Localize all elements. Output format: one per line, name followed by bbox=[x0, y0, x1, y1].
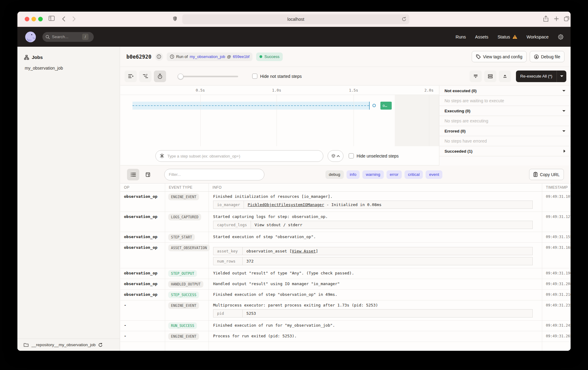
slider-knob[interactable] bbox=[178, 74, 183, 79]
address-bar-url: localhost bbox=[287, 17, 304, 22]
view-tags-config-button[interactable]: View tags and config bbox=[472, 51, 527, 62]
metadata-text: View stdout / stderr bbox=[255, 223, 303, 227]
log-info-text: Multiprocess executor: parent process ex… bbox=[213, 303, 538, 307]
app-header: / RunsAssetsStatusWorkspace bbox=[17, 27, 571, 47]
gantt-time-axis: 0.5s1.0s1.5s2.0s bbox=[120, 86, 439, 95]
log-info-cell: Started capturing logs for step: observa… bbox=[209, 212, 542, 232]
timed-layout-icon[interactable] bbox=[154, 71, 166, 82]
global-search[interactable]: / bbox=[42, 32, 94, 42]
log-level-chip-event[interactable]: event bbox=[426, 170, 442, 179]
hide-not-started-checkbox[interactable] bbox=[252, 74, 257, 79]
table-row: -ENGINE_EVENTMultiprocess executor: pare… bbox=[120, 300, 571, 321]
back-icon[interactable] bbox=[62, 16, 65, 22]
status-section-header[interactable]: Executing (0) bbox=[439, 106, 571, 116]
expand-panel-up-icon[interactable] bbox=[499, 71, 511, 82]
at-symbol: @ bbox=[227, 54, 231, 59]
metadata-value: 5253 bbox=[243, 310, 260, 317]
log-filter-field bbox=[164, 169, 264, 180]
log-info-text: Handled output "result" using IO manager… bbox=[213, 281, 538, 286]
graph-query-toggle-button[interactable] bbox=[328, 150, 343, 162]
event-type-tag: LOGS_CAPTURED bbox=[168, 214, 201, 220]
log-info-text: Yielded output "result" of type "Any". (… bbox=[213, 271, 538, 275]
structured-view-icon[interactable] bbox=[142, 169, 154, 180]
layers-icon bbox=[331, 154, 336, 158]
log-op-cell: - bbox=[120, 331, 165, 342]
gantt-asset-marker-icon[interactable] bbox=[372, 104, 376, 107]
settings-gear-icon[interactable] bbox=[558, 34, 564, 40]
sidebar-item-job[interactable]: my_observation_job bbox=[25, 66, 63, 71]
log-level-chip-debug[interactable]: debug bbox=[325, 170, 344, 179]
reexecute-all-label[interactable]: Re-execute All (*) bbox=[516, 71, 557, 82]
table-row: observation_opSTEP_SUCCESSFinished execu… bbox=[120, 290, 571, 300]
chevron-down-icon[interactable] bbox=[562, 110, 565, 112]
log-toolbar: debuginfowarningerrorcriticalevent Copy … bbox=[120, 166, 571, 183]
log-op-cell: observation_op bbox=[120, 192, 165, 212]
privacy-shield-icon[interactable] bbox=[172, 16, 177, 22]
gantt-step-box[interactable]: o… bbox=[380, 102, 392, 110]
waterfall-layout-icon[interactable] bbox=[139, 71, 151, 82]
log-level-chips: debuginfowarningerrorcriticalevent bbox=[325, 170, 442, 179]
sidebar-toggle-icon[interactable] bbox=[49, 16, 55, 21]
gantt-tick-label: 1.5s bbox=[349, 88, 358, 92]
log-level-chip-error[interactable]: error bbox=[387, 170, 402, 179]
collapse-panel-down-icon[interactable] bbox=[470, 71, 482, 82]
warning-icon bbox=[512, 34, 517, 39]
log-op-cell: - bbox=[120, 300, 165, 320]
status-section-header[interactable]: Not executed (0) bbox=[439, 86, 571, 96]
chevron-down-icon[interactable] bbox=[562, 130, 565, 132]
reexecute-all-button[interactable]: Re-execute All (*) bbox=[516, 71, 566, 82]
slider-track[interactable] bbox=[178, 76, 238, 77]
repository-footer: __repository__my_observation_job bbox=[17, 339, 120, 351]
debug-file-button[interactable]: Debug file bbox=[530, 51, 564, 62]
chevron-right-icon[interactable] bbox=[564, 150, 565, 153]
run-of-label: Run of bbox=[176, 54, 188, 59]
gantt-gridline bbox=[429, 95, 429, 146]
share-icon[interactable] bbox=[543, 16, 549, 22]
nav-item-workspace[interactable]: Workspace bbox=[527, 34, 549, 39]
step-subset-input[interactable] bbox=[155, 150, 323, 162]
metadata-link[interactable]: View Asset bbox=[292, 249, 316, 253]
status-section-message: No steps are waiting to execute bbox=[439, 96, 571, 106]
log-level-chip-warning[interactable]: warning bbox=[362, 170, 383, 179]
run-of-tag: Run of my_observation_job @ 659ee1bf bbox=[167, 53, 252, 61]
search-input[interactable] bbox=[52, 34, 80, 39]
log-level-chip-info[interactable]: info bbox=[347, 170, 360, 179]
reload-repository-icon[interactable] bbox=[98, 343, 103, 347]
chevron-down-icon[interactable] bbox=[562, 90, 565, 92]
log-filter-input[interactable] bbox=[164, 169, 264, 180]
log-info-text: Finished execution of step "observation_… bbox=[213, 292, 538, 297]
nav-item-status[interactable]: Status bbox=[498, 34, 517, 39]
metadata-link[interactable]: PickledObjectFilesystemIOManager bbox=[248, 202, 324, 207]
zoom-slider[interactable] bbox=[178, 71, 238, 82]
zoom-window-button[interactable] bbox=[38, 17, 43, 21]
status-section-header[interactable]: Errored (0) bbox=[439, 126, 571, 136]
log-timestamp-cell: 09:49:31.245 bbox=[542, 321, 571, 331]
nav-item-runs[interactable]: Runs bbox=[456, 34, 466, 39]
split-panels-icon[interactable] bbox=[484, 71, 496, 82]
commit-link[interactable]: 659ee1bf bbox=[233, 54, 249, 59]
event-type-tag: ENGINE_EVENT bbox=[168, 194, 199, 200]
reexecute-dropdown-caret[interactable] bbox=[557, 71, 566, 82]
address-bar[interactable]: localhost bbox=[182, 14, 409, 24]
dagster-logo[interactable] bbox=[24, 31, 37, 43]
reload-icon[interactable] bbox=[402, 16, 406, 22]
run-info-icon[interactable] bbox=[155, 53, 163, 61]
gantt-gridline bbox=[277, 95, 277, 146]
log-level-chip-critical[interactable]: critical bbox=[405, 170, 423, 179]
log-timestamp-cell: 09:49:31.265 bbox=[542, 331, 571, 342]
table-row: observation_opASSET_OBSERVATIONasset_key… bbox=[120, 243, 571, 268]
status-section-header[interactable]: Succeeded (1) bbox=[439, 146, 571, 156]
close-window-button[interactable] bbox=[25, 17, 29, 21]
flatten-run-graph-icon[interactable] bbox=[125, 71, 137, 82]
stream-view-icon[interactable] bbox=[127, 169, 139, 180]
metadata-entry: asset_keyobservation_asset [View Asset] bbox=[213, 247, 533, 255]
job-link[interactable]: my_observation_job bbox=[190, 54, 225, 59]
new-tab-icon[interactable] bbox=[554, 16, 559, 21]
forward-icon[interactable] bbox=[72, 16, 76, 22]
nav-item-assets[interactable]: Assets bbox=[475, 34, 488, 39]
copy-url-button[interactable]: Copy URL bbox=[529, 169, 564, 180]
tab-overview-icon[interactable] bbox=[564, 16, 569, 21]
hide-unselected-checkbox[interactable] bbox=[349, 153, 354, 158]
log-event-type-cell: STEP_OUTPUT bbox=[165, 268, 209, 279]
minimize-window-button[interactable] bbox=[31, 17, 36, 21]
